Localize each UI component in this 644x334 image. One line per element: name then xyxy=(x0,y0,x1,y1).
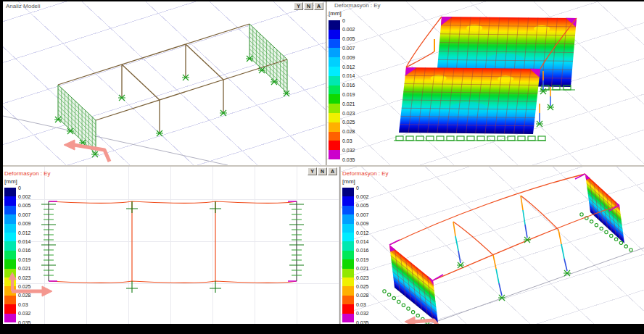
deformed-chords xyxy=(49,201,297,283)
contour-wall-left xyxy=(389,245,438,323)
deformed-columns xyxy=(453,196,571,301)
viewport-deformation-plan[interactable]: Deformasyon : Ey [mm] 00.0020.0050.0070.… xyxy=(3,167,339,324)
viewport-button-n[interactable]: N xyxy=(318,167,327,175)
axis-arrow-icon xyxy=(9,272,52,296)
viewport-button-a[interactable]: A xyxy=(328,167,337,175)
viewport-analysis-model[interactable]: Analiz Modeli Y N A xyxy=(3,1,326,165)
viewport-deformation-iso-walls[interactable]: Deformasyon : Ey [mm] 00.0020.0050.0070.… xyxy=(327,1,644,165)
deformed-beams xyxy=(389,174,619,280)
model-canvas xyxy=(3,1,326,165)
shear-wall-right xyxy=(249,24,287,93)
max-deformation-ends xyxy=(389,174,619,280)
contour-wall-front xyxy=(399,67,540,134)
shear-wall-left xyxy=(58,85,96,154)
viewport-button-y[interactable]: Y xyxy=(307,167,317,175)
deformed-canvas xyxy=(327,1,644,165)
support-row-front xyxy=(394,136,546,141)
viewport-button-a[interactable]: A xyxy=(314,2,323,10)
support-glyphs xyxy=(126,201,221,293)
viewport-button-group: Y N A xyxy=(307,167,337,175)
viewport-button-n[interactable]: N xyxy=(304,2,313,10)
app-window: Analiz Modeli Y N A xyxy=(1,0,643,324)
viewport-deformation-iso-frame[interactable]: Deformasyon : Ey [mm] 00.0020.0050.0070.… xyxy=(341,167,644,324)
ground-axis-line xyxy=(3,116,228,165)
wall-edge-right xyxy=(289,201,304,281)
deformed-3d-canvas xyxy=(341,167,644,324)
plan-canvas xyxy=(3,167,339,324)
wall-edge-left xyxy=(41,201,56,281)
viewport-button-group: Y N A xyxy=(294,2,323,10)
max-deformation-ends xyxy=(49,201,297,281)
viewport-button-y[interactable]: Y xyxy=(294,2,303,10)
